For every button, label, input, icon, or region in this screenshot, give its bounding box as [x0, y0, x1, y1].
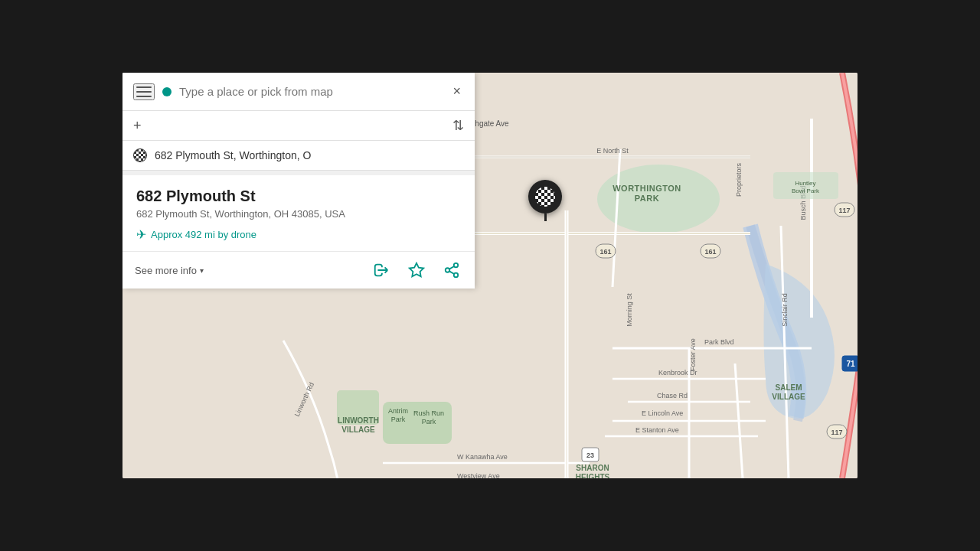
- svg-text:Sinclair Rd: Sinclair Rd: [781, 293, 789, 327]
- marker-pin: [528, 180, 562, 214]
- svg-text:Foster Ave: Foster Ave: [689, 338, 697, 371]
- swap-directions-icon[interactable]: ⇅: [452, 117, 464, 134]
- marker-checker-icon: [535, 187, 555, 207]
- svg-text:117: 117: [838, 207, 850, 214]
- svg-text:Bowl Park: Bowl Park: [792, 187, 820, 194]
- hamburger-menu-button[interactable]: [133, 83, 155, 100]
- svg-text:Park: Park: [422, 418, 436, 425]
- share-button[interactable]: [441, 259, 462, 281]
- svg-line-75: [449, 266, 454, 269]
- svg-marker-70: [410, 263, 423, 276]
- svg-text:Rush Run: Rush Run: [413, 409, 444, 417]
- svg-text:E Lincoln Ave: E Lincoln Ave: [642, 409, 683, 417]
- search-input[interactable]: [179, 85, 442, 98]
- bookmark-button[interactable]: [406, 259, 427, 281]
- location-info-section: 682 Plymouth St 682 Plymouth St, Worthin…: [122, 175, 475, 252]
- svg-text:Antrim: Antrim: [388, 407, 408, 415]
- svg-text:Morning St: Morning St: [626, 293, 633, 327]
- svg-text:Huntley: Huntley: [795, 180, 815, 187]
- add-stop-icon[interactable]: +: [133, 118, 142, 134]
- svg-text:W Kanawha Ave: W Kanawha Ave: [457, 453, 508, 461]
- svg-text:VILLAGE: VILLAGE: [341, 425, 375, 434]
- svg-text:PARK: PARK: [635, 194, 659, 203]
- location-address: 682 Plymouth St, Worthington, OH 43085, …: [136, 208, 461, 220]
- svg-text:161: 161: [599, 248, 611, 256]
- svg-text:Park: Park: [391, 416, 406, 423]
- search-row: ×: [122, 73, 475, 111]
- svg-text:E Stanton Ave: E Stanton Ave: [635, 426, 679, 434]
- svg-text:WORTHINGTON: WORTHINGTON: [612, 184, 681, 193]
- destination-row: 682 Plymouth St, Worthington, O: [122, 141, 475, 171]
- marker-stem: [544, 214, 547, 221]
- origin-dot-icon: [162, 87, 172, 96]
- destination-text: 682 Plymouth St, Worthington, O: [155, 149, 311, 161]
- svg-text:Proprietors: Proprietors: [735, 162, 743, 197]
- map-marker: [528, 180, 562, 221]
- svg-text:SHARON: SHARON: [576, 464, 609, 472]
- close-button[interactable]: ×: [449, 82, 464, 101]
- svg-text:SALEM: SALEM: [776, 383, 802, 392]
- svg-text:HEIGHTS: HEIGHTS: [576, 473, 610, 478]
- svg-text:LINWORTH: LINWORTH: [338, 416, 379, 425]
- svg-text:Chase Rd: Chase Rd: [657, 392, 688, 399]
- action-row: See more info ▾: [122, 252, 475, 289]
- svg-point-73: [454, 273, 459, 278]
- svg-text:E North St: E North St: [596, 147, 629, 155]
- drone-icon: ✈: [136, 227, 146, 242]
- svg-text:Westview Ave: Westview Ave: [457, 472, 500, 478]
- add-stop-row: + ⇅: [122, 111, 475, 141]
- screen-container: 161 161 117 71 23 117 WORTHINGTON PARK L…: [122, 73, 858, 478]
- destination-checkerboard-icon: [133, 148, 147, 162]
- action-icons-group: [371, 259, 462, 281]
- drone-distance-text: Approx 492 mi by drone: [151, 229, 256, 240]
- svg-text:161: 161: [704, 248, 716, 256]
- svg-text:117: 117: [831, 429, 842, 436]
- side-panel: × + ⇅ 682 Plymouth St, Worthington, O 68…: [122, 73, 475, 289]
- chevron-down-icon: ▾: [200, 266, 204, 275]
- see-more-label: See more info: [135, 265, 197, 276]
- svg-text:VILLAGE: VILLAGE: [772, 393, 805, 401]
- svg-point-71: [454, 263, 459, 268]
- see-more-button[interactable]: See more info ▾: [135, 262, 204, 279]
- location-name: 682 Plymouth St: [136, 187, 461, 205]
- svg-line-74: [449, 271, 454, 274]
- svg-text:71: 71: [846, 360, 855, 368]
- svg-text:23: 23: [586, 452, 594, 459]
- svg-text:Park Blvd: Park Blvd: [704, 338, 734, 346]
- drone-distance-row: ✈ Approx 492 mi by drone: [136, 227, 461, 242]
- svg-point-72: [446, 268, 450, 272]
- add-to-route-button[interactable]: [371, 259, 392, 281]
